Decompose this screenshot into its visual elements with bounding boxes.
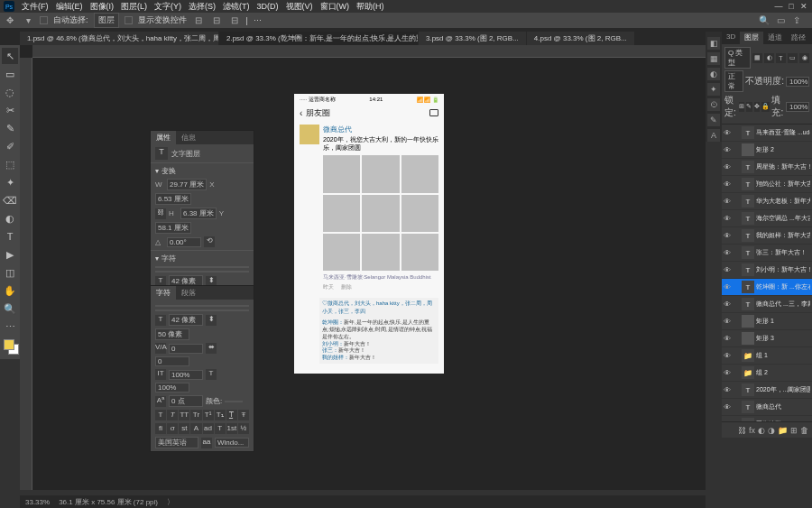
auto-select-checkbox[interactable] bbox=[40, 16, 48, 24]
character-panel[interactable]: 字符段落 T42 像素⬍50 像素 V/A0⬌0 IT100%T100% Aª0… bbox=[150, 285, 254, 452]
layer-row[interactable]: 👁📁组 2 bbox=[722, 365, 812, 382]
layer-row[interactable]: 👁T刘小明：新年大吉！ bbox=[722, 262, 812, 279]
tab-info[interactable]: 信息 bbox=[176, 131, 201, 144]
doc-tab[interactable]: 4.psd @ 33.3% (图 2, RGB... bbox=[527, 32, 634, 45]
frame-tool[interactable]: ⬚ bbox=[2, 156, 18, 172]
doc-tab[interactable]: 2.psd @ 33.3% (乾坤圈：新年,是一年的起点;快乐,是人生的重点;烦… bbox=[219, 32, 418, 45]
history-icon[interactable]: ⏲ bbox=[707, 98, 720, 111]
shape-tool[interactable]: ◫ bbox=[2, 264, 18, 281]
adjustment-icon[interactable]: ◑ bbox=[768, 426, 775, 435]
x-field[interactable]: 6.53 厘米 bbox=[155, 193, 191, 205]
align-icon[interactable]: ⊟ bbox=[228, 14, 241, 27]
layer-row[interactable]: 👁矩形 1 bbox=[722, 313, 812, 330]
visibility-icon[interactable]: 👁 bbox=[724, 215, 733, 223]
width-field[interactable]: 29.77 厘米 bbox=[167, 179, 207, 190]
visibility-icon[interactable]: 👁 bbox=[724, 146, 733, 154]
layer-row[interactable]: 👁T微商总代 ...三，李四 bbox=[722, 296, 812, 313]
auto-select-dropdown[interactable]: 图层 bbox=[94, 13, 119, 28]
lasso-tool[interactable]: ◌ bbox=[2, 84, 18, 100]
layer-row[interactable]: 👁T周星驰：新年大吉！ bbox=[722, 159, 812, 176]
fill-field[interactable]: 100% bbox=[786, 102, 809, 112]
layer-row[interactable]: 👁T我的姐样：新年大吉！ bbox=[722, 227, 812, 245]
italic-icon[interactable]: T bbox=[167, 410, 178, 420]
menu-item[interactable]: 滤镜(T) bbox=[223, 1, 250, 13]
layer-row[interactable]: 👁T乾坤圈：新 ...你左右。 bbox=[722, 279, 812, 296]
tool-preset-icon[interactable]: ▾ bbox=[22, 14, 34, 27]
height-field[interactable]: 6.38 厘米 bbox=[180, 208, 217, 219]
move-tool[interactable]: ↖ bbox=[2, 48, 18, 64]
font-dropdown[interactable] bbox=[155, 266, 249, 268]
visibility-icon[interactable]: 👁 bbox=[724, 249, 733, 257]
share-icon[interactable]: ⇪ bbox=[790, 14, 803, 27]
mask-icon[interactable]: ◐ bbox=[758, 426, 765, 435]
color-icon[interactable]: ◧ bbox=[707, 37, 720, 50]
weight-dropdown[interactable] bbox=[155, 309, 249, 311]
color-swatches[interactable] bbox=[2, 339, 18, 357]
link-icon[interactable]: ⛓ bbox=[155, 208, 166, 219]
visibility-icon[interactable]: 👁 bbox=[724, 198, 733, 206]
char-icon[interactable]: A bbox=[707, 129, 720, 142]
visibility-icon[interactable]: 👁 bbox=[724, 129, 733, 137]
menu-item[interactable]: 图层(L) bbox=[121, 1, 147, 13]
type-tool[interactable]: T bbox=[2, 228, 18, 245]
close-button[interactable]: ✕ bbox=[799, 2, 808, 11]
menu-item[interactable]: 帮助(H) bbox=[356, 1, 384, 13]
tab-properties[interactable]: 属性 bbox=[151, 131, 176, 144]
visibility-icon[interactable]: 👁 bbox=[724, 335, 733, 343]
doc-tab[interactable]: 3.psd @ 33.3% (图 2, RGB... bbox=[419, 32, 526, 45]
layer-row[interactable]: 👁T微商总代 bbox=[722, 399, 812, 416]
color-swatch[interactable] bbox=[225, 401, 243, 402]
angle-field[interactable]: 0.00° bbox=[167, 237, 201, 247]
tab-paragraph[interactable]: 段落 bbox=[176, 286, 201, 300]
minimize-button[interactable]: — bbox=[774, 2, 783, 11]
zoom-tool[interactable]: 🔍 bbox=[2, 300, 18, 317]
weight-dropdown[interactable] bbox=[155, 271, 249, 272]
fg-color[interactable] bbox=[4, 339, 14, 350]
eraser-tool[interactable]: ⌫ bbox=[2, 192, 18, 208]
filter-dropdown[interactable]: Q 类型 bbox=[724, 47, 751, 69]
new-layer-icon[interactable]: ⊞ bbox=[790, 426, 798, 435]
lock-icon[interactable]: ⊞ bbox=[739, 102, 745, 112]
fx-icon[interactable]: fx bbox=[749, 426, 755, 435]
group-icon[interactable]: 📁 bbox=[778, 426, 788, 435]
flip-icon[interactable]: ⟲ bbox=[204, 236, 215, 247]
wand-tool[interactable]: ✦ bbox=[2, 174, 18, 190]
arrange-icon[interactable]: ▭ bbox=[774, 14, 787, 27]
ruler-vertical[interactable] bbox=[20, 58, 32, 490]
section-character[interactable]: ▾ 字符 bbox=[155, 254, 249, 263]
visibility-icon[interactable]: 👁 bbox=[724, 352, 733, 360]
eyedropper-tool[interactable]: ✎ bbox=[2, 120, 18, 136]
search-icon[interactable]: 🔍 bbox=[758, 14, 770, 27]
visibility-icon[interactable]: 👁 bbox=[724, 232, 733, 240]
menu-item[interactable]: 3D(D) bbox=[257, 2, 279, 11]
menu-item[interactable]: 文件(F) bbox=[22, 1, 49, 13]
tab-3d[interactable]: 3D bbox=[722, 32, 740, 44]
visibility-icon[interactable]: 👁 bbox=[724, 283, 733, 291]
layer-row[interactable]: 👁矩形 3 bbox=[722, 330, 812, 347]
bold-icon[interactable]: T bbox=[155, 410, 166, 420]
layer-row[interactable]: 👁T翔鸽公社：新年大吉！ bbox=[722, 176, 812, 193]
opacity-field[interactable]: 100% bbox=[786, 77, 809, 87]
show-transform-checkbox[interactable] bbox=[125, 16, 133, 24]
visibility-icon[interactable]: 👁 bbox=[724, 318, 733, 326]
more-tools[interactable]: ⋯ bbox=[2, 319, 18, 335]
blend-dropdown[interactable]: 正常 bbox=[724, 70, 743, 92]
zoom-level[interactable]: 33.33% bbox=[25, 498, 50, 506]
menu-item[interactable]: 文字(Y) bbox=[154, 1, 181, 13]
path-tool[interactable]: ▶ bbox=[2, 246, 18, 263]
tab-channels[interactable]: 通道 bbox=[763, 32, 787, 44]
styles-icon[interactable]: ✦ bbox=[707, 83, 720, 96]
menu-item[interactable]: 编辑(E) bbox=[56, 1, 83, 13]
brush-icon[interactable]: ✎ bbox=[707, 114, 720, 126]
visibility-icon[interactable]: 👁 bbox=[724, 386, 733, 394]
delete-icon[interactable]: 🗑 bbox=[800, 426, 808, 435]
section-transform[interactable]: ▾ 变换 bbox=[155, 166, 249, 176]
adjust-icon[interactable]: ◐ bbox=[707, 68, 720, 80]
y-field[interactable]: 58.1 厘米 bbox=[155, 222, 191, 234]
visibility-icon[interactable]: 👁 bbox=[724, 300, 733, 309]
menu-item[interactable]: 图像(I) bbox=[90, 1, 115, 13]
layer-row[interactable]: 👁T张三：新年大吉！ bbox=[722, 245, 812, 262]
menu-item[interactable]: 窗口(W) bbox=[320, 1, 350, 13]
visibility-icon[interactable]: 👁 bbox=[724, 163, 733, 171]
link-layers-icon[interactable]: ⛓ bbox=[738, 426, 746, 435]
